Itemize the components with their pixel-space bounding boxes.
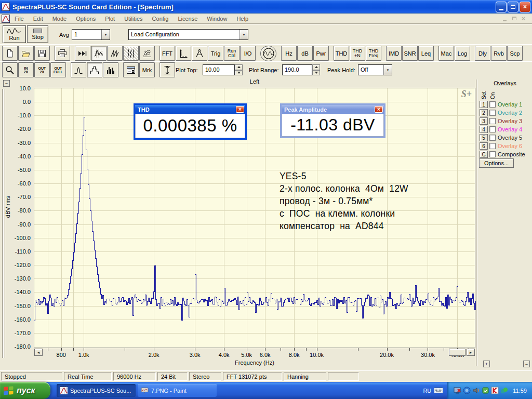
overlay-on-checkbox-4[interactable] (489, 126, 496, 132)
plot-range-spinner[interactable] (312, 64, 320, 75)
overlay-on-checkbox-5[interactable] (489, 135, 496, 141)
bar-plot-button[interactable] (103, 62, 118, 77)
thd-n-button[interactable]: THD+N (350, 46, 365, 61)
overlay-options-button[interactable]: Options... (479, 158, 514, 168)
overlay-set-button-4[interactable]: 4 (480, 126, 488, 133)
peak-amplitude-window[interactable]: Peak Amplitude × -11.03 dBV (280, 103, 385, 138)
close-icon[interactable]: × (236, 106, 244, 113)
display-settings-button[interactable] (123, 62, 139, 77)
overlay-set-button-1[interactable]: 1 (480, 101, 488, 108)
menu-plot[interactable]: Plot (100, 14, 119, 23)
menu-help[interactable]: Help (232, 14, 253, 23)
run-control-button[interactable]: RunCtrl (224, 46, 240, 61)
open-button[interactable] (18, 46, 34, 61)
avg-select[interactable]: 1 ▼ (72, 29, 110, 40)
leq-button[interactable]: Leq (418, 46, 434, 61)
menu-edit[interactable]: Edit (29, 14, 48, 23)
language-indicator[interactable]: RU (420, 388, 434, 394)
scroll-right-button[interactable]: ► (467, 349, 475, 356)
overlay-set-button-2[interactable]: 2 (480, 109, 488, 116)
scrollbar-thumb[interactable] (449, 349, 466, 356)
mdi-minimize-button[interactable] (501, 15, 509, 22)
scope-button[interactable]: Scp (507, 46, 523, 61)
plot-top-input[interactable]: 10.00 (203, 64, 235, 75)
restore-button[interactable] (508, 2, 518, 12)
close-button[interactable]: × (520, 2, 530, 12)
surface-plot-button[interactable] (139, 46, 155, 61)
overlay-set-button-5[interactable]: 5 (480, 134, 488, 141)
pwr-button[interactable]: Pwr (313, 46, 329, 61)
menu-options[interactable]: Options (71, 14, 100, 23)
utility-icon[interactable] (482, 387, 489, 394)
peak-hold-select[interactable]: Off ▼ (358, 64, 392, 75)
fast-forward-button[interactable] (75, 46, 90, 61)
overlay-set-button-3[interactable]: 3 (480, 117, 488, 125)
overlay-on-checkbox-3[interactable] (489, 118, 496, 124)
new-button[interactable] (2, 46, 18, 61)
narrowband-plot-button[interactable] (71, 62, 86, 77)
taskbar-task-2[interactable]: 7.PNG - Paint (138, 384, 217, 397)
marker-button[interactable]: Mrk (139, 62, 155, 77)
macro-button[interactable]: Mac (438, 46, 454, 61)
spin-down-icon[interactable] (312, 70, 320, 76)
overlay-on-checkbox-1[interactable] (489, 101, 496, 108)
thd-freq-button[interactable]: THDFreq (366, 46, 381, 61)
minimize-button[interactable] (496, 2, 507, 12)
reverb-button[interactable]: Rvb (491, 46, 507, 61)
antivirus-icon[interactable] (491, 387, 499, 394)
menu-license[interactable]: License (173, 14, 202, 23)
spin-up-icon[interactable] (312, 64, 320, 70)
overlay-on-checkbox-C[interactable] (489, 151, 496, 157)
thd-window-titlebar[interactable]: THD × (135, 105, 245, 114)
vertical-scale-button[interactable] (159, 62, 175, 77)
zoom-out-full-button[interactable]: OUTFULL (50, 62, 66, 77)
signal-generator-button[interactable] (260, 46, 276, 61)
menu-window[interactable]: Window (202, 14, 232, 23)
load-configuration-select[interactable]: Load Configuration ▼ (128, 29, 248, 40)
hz-button[interactable]: Hz (281, 46, 297, 61)
io-button[interactable]: I/O (240, 46, 256, 61)
messenger-icon[interactable] (463, 387, 471, 394)
plot-range-input[interactable]: 190.0 (282, 64, 312, 75)
menu-utilities[interactable]: Utilities (119, 14, 147, 23)
overlay-on-checkbox-2[interactable] (489, 110, 496, 116)
print-button[interactable] (55, 46, 70, 61)
zoom-out-2x-button[interactable]: OUT2X (34, 62, 50, 77)
spectrum-view-button[interactable] (91, 46, 107, 61)
run-button[interactable]: Run (3, 25, 26, 43)
right-splitter[interactable] (476, 79, 477, 366)
fft-settings-button[interactable]: FFT (159, 46, 175, 61)
peak-window-titlebar[interactable]: Peak Amplitude × (282, 105, 384, 114)
overlay-set-button-6[interactable]: 6 (480, 142, 488, 150)
taskbar-task-1[interactable]: SpectraPLUS-SC Sou... (57, 384, 136, 397)
trigger-button[interactable]: Trig (208, 46, 223, 61)
menu-file[interactable]: File (10, 14, 29, 23)
display-error-icon[interactable] (454, 387, 461, 394)
octave-plot-button[interactable] (87, 62, 102, 77)
scale-settings-button[interactable] (176, 46, 191, 61)
log-button[interactable]: Log (455, 46, 470, 61)
scroll-left-button[interactable]: ◄ (34, 349, 43, 356)
spectrogram-button[interactable] (123, 46, 139, 61)
time-series-button[interactable] (107, 46, 123, 61)
start-button[interactable]: пуск (0, 382, 50, 399)
delay-button[interactable]: Dly (475, 46, 490, 61)
overlay-set-button-C[interactable]: C (480, 151, 488, 158)
keyboard-icon[interactable] (434, 387, 443, 394)
spin-up-icon[interactable] (235, 64, 243, 70)
overlay-on-checkbox-6[interactable] (489, 143, 496, 149)
close-icon[interactable]: × (375, 106, 383, 113)
thd-button[interactable]: THD (334, 46, 349, 61)
menu-config[interactable]: Config (148, 14, 174, 23)
menu-mode[interactable]: Mode (48, 14, 72, 23)
snr-button[interactable]: SNR (402, 46, 418, 61)
network-icon[interactable] (500, 387, 508, 394)
spectrum-plot[interactable] (34, 87, 476, 353)
mdi-close-button[interactable]: × (520, 15, 527, 22)
volume-icon[interactable] (472, 387, 480, 394)
save-button[interactable] (34, 46, 50, 61)
zoom-button[interactable] (2, 62, 18, 77)
calipers-button[interactable] (192, 46, 207, 61)
thd-window[interactable]: THD × 0.000385 % (134, 103, 247, 140)
stop-button[interactable]: Stop (27, 25, 48, 43)
